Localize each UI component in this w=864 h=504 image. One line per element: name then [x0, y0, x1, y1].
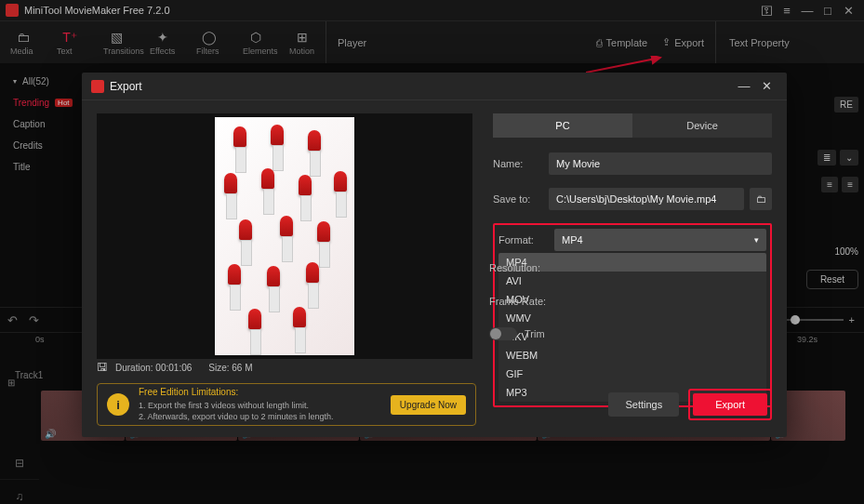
tab-device[interactable]: Device — [632, 113, 772, 138]
resolution-label: Resolution: — [489, 262, 540, 273]
dialog-footer: i Free Edition Limitations: 1. Export th… — [97, 383, 772, 426]
export-highlight: Export — [688, 389, 772, 420]
dialog-close-icon[interactable]: ✕ — [755, 79, 778, 93]
format-value: MP4 — [562, 234, 583, 245]
format-option[interactable]: WMV — [498, 309, 766, 327]
free-line2: 2. Afterwards, export video up to 2 minu… — [139, 411, 381, 422]
trim-label: Trim — [525, 328, 545, 339]
name-input[interactable] — [549, 153, 772, 175]
trim-toggle[interactable] — [489, 327, 517, 340]
format-option[interactable]: GIF — [498, 365, 766, 383]
dialog-title: Export — [110, 80, 733, 93]
export-tabs: PC Device — [493, 113, 772, 138]
format-option[interactable]: WEBM — [498, 346, 766, 365]
settings-button[interactable]: Settings — [608, 392, 679, 417]
tab-pc[interactable]: PC — [493, 113, 632, 138]
chevron-down-icon: ▾ — [754, 235, 759, 245]
export-dialog: Export — ✕ — [82, 73, 787, 437]
format-label: Format: — [498, 234, 554, 245]
format-select[interactable]: MP4 ▾ — [554, 229, 766, 251]
saveto-label: Save to: — [493, 193, 549, 205]
saveto-input[interactable] — [549, 188, 744, 210]
preview-thumbnail — [215, 117, 354, 355]
export-preview — [97, 113, 472, 359]
dialog-overlay: Export — ✕ — [0, 0, 864, 504]
dialog-logo-icon — [91, 80, 104, 93]
size-value: 66 M — [232, 363, 252, 373]
duration-value: 00:01:06 — [155, 363, 192, 373]
export-meta: 🖫 Duration: 00:01:06 Size: 66 M — [97, 361, 253, 374]
free-line1: 1. Export the first 3 videos without len… — [139, 400, 381, 411]
format-highlight: Format: MP4 ▾ MP4 AVI MOV WMV MKV WEBM G — [493, 223, 772, 407]
export-form: PC Device Name: Save to: 🗀 Format: — [472, 113, 772, 363]
name-label: Name: — [493, 158, 549, 169]
free-title: Free Edition Limitations: — [139, 387, 381, 398]
free-edition-notice: i Free Edition Limitations: 1. Export th… — [97, 383, 476, 426]
format-option[interactable]: AVI — [498, 272, 766, 290]
upgrade-button[interactable]: Upgrade Now — [391, 395, 466, 415]
export-confirm-button[interactable]: Export — [693, 393, 767, 416]
info-icon: i — [107, 393, 129, 416]
save-icon: 🖫 — [97, 361, 108, 374]
dialog-titlebar: Export — ✕ — [82, 73, 787, 100]
browse-folder-icon[interactable]: 🗀 — [750, 188, 772, 210]
framerate-label: Frame Rate: — [489, 296, 546, 307]
dialog-minimize-icon[interactable]: — — [733, 79, 755, 93]
